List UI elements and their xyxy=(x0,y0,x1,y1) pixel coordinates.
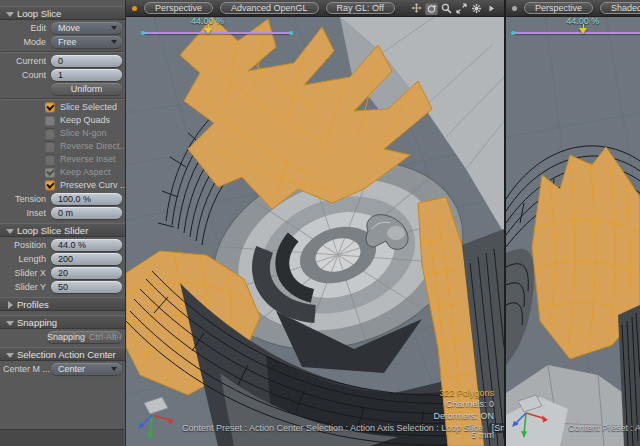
viewport-main[interactable]: Perspective Advanced OpenGL Ray GL: Off xyxy=(126,0,506,446)
polygon-count: 322 Polygons xyxy=(433,388,494,400)
field-length: Length 200 xyxy=(3,252,122,265)
inset-input[interactable]: 0 m xyxy=(51,207,122,219)
field-count: Count 1 xyxy=(3,68,122,81)
snapping-shortcut: Ctrl-Alt-/ xyxy=(89,332,122,342)
status-line: Content Preset : Action Center Selection… xyxy=(182,423,506,433)
viewport-main-header: Perspective Advanced OpenGL Ray GL: Off xyxy=(126,0,504,17)
view-type-button[interactable]: Perspective xyxy=(144,2,213,14)
field-center-mode: Center M ... Center xyxy=(3,362,122,375)
checkbox-box xyxy=(45,141,55,151)
viewport-nav-icons xyxy=(410,2,498,15)
field-uniform: Uniform xyxy=(3,82,122,95)
field-label: Position xyxy=(3,240,51,250)
field-tension: Tension 100.0 % xyxy=(3,192,122,205)
field-label: Slider X xyxy=(3,268,51,278)
checkbox-box xyxy=(45,154,55,164)
mode-dropdown[interactable]: Free xyxy=(51,36,122,48)
loop-slice-screen-slider[interactable]: 44.00 % xyxy=(143,19,291,37)
maximize-icon[interactable] xyxy=(455,2,468,15)
field-label: Count xyxy=(3,70,51,80)
checkbox-label: Reverse Inset xyxy=(60,154,116,164)
count-input[interactable]: 1 xyxy=(51,69,122,81)
grid-size-label: 5 mm xyxy=(472,430,495,440)
checkbox-box xyxy=(45,167,55,177)
snapping-button[interactable]: SnappingCtrl-Alt-/ xyxy=(47,331,122,343)
uniform-button[interactable]: Uniform xyxy=(51,83,122,95)
field-label: Slider Y xyxy=(3,282,51,292)
status-text: Content Preset : Action Center Selection… xyxy=(182,423,483,433)
slider-handle[interactable] xyxy=(204,28,212,34)
viewport-corner-widget[interactable] xyxy=(512,6,517,11)
field-inset: Inset 0 m xyxy=(3,206,122,219)
viewport-right[interactable]: Perspective Shaded Texture xyxy=(506,0,640,446)
render-style-button[interactable]: Advanced OpenGL xyxy=(220,2,319,14)
viewport-corner-widget[interactable] xyxy=(132,6,137,11)
center-mode-dropdown[interactable]: Center xyxy=(51,363,122,375)
orbit-icon[interactable] xyxy=(425,2,438,15)
checkbox-slice-selected[interactable]: Slice Selected xyxy=(45,100,125,113)
view-type-button[interactable]: Perspective xyxy=(524,2,593,14)
position-input[interactable]: 44.0 % xyxy=(51,239,122,251)
app-window: Loop Slice Edit Move Mode Free Current 0… xyxy=(0,0,640,446)
pan-icon[interactable] xyxy=(410,2,423,15)
field-label: Current xyxy=(3,56,51,66)
slider-end-dot[interactable] xyxy=(289,31,293,35)
checkbox-label: Slice Selected xyxy=(60,102,117,112)
checkbox-slice-ngon: Slice N-gon xyxy=(45,126,125,139)
checkbox-label: Slice N-gon xyxy=(60,128,107,138)
tool-properties-panel: Loop Slice Edit Move Mode Free Current 0… xyxy=(0,0,126,446)
section-header-loop-slice-slider[interactable]: Loop Slice Slider xyxy=(0,223,125,237)
channels-count: Channels: 0 xyxy=(433,399,494,411)
field-mode: Mode Free xyxy=(3,35,122,48)
section-header-loop-slice[interactable]: Loop Slice xyxy=(0,6,125,20)
status-text: Content Preset : Acti xyxy=(568,423,640,433)
section-title: Selection Action Center xyxy=(17,349,116,360)
checkbox-preserve-curvature[interactable]: Preserve Curv ... xyxy=(45,178,125,191)
scene-3d-right[interactable] xyxy=(506,17,640,446)
slider-handle[interactable] xyxy=(579,28,587,34)
length-input[interactable]: 200 xyxy=(51,253,122,265)
field-edit: Edit Move xyxy=(3,21,122,34)
viewport-right-header: Perspective Shaded Texture xyxy=(506,0,640,17)
slider-end-dot[interactable] xyxy=(511,31,515,35)
checkbox-box[interactable] xyxy=(45,115,55,125)
tension-input[interactable]: 100.0 % xyxy=(51,193,122,205)
divider xyxy=(1,51,124,53)
section-header-snapping[interactable]: Snapping xyxy=(0,315,125,329)
checkbox-keep-aspect: Keep Aspect xyxy=(45,165,125,178)
slider-x-input[interactable]: 20 xyxy=(51,267,122,279)
field-snapping: SnappingCtrl-Alt-/ xyxy=(3,330,122,343)
field-slider-y: Slider Y 50 xyxy=(3,280,122,293)
field-position: Position 44.0 % xyxy=(3,238,122,251)
slider-track[interactable] xyxy=(513,32,640,34)
field-current: Current 0 xyxy=(3,54,122,67)
more-arrow-icon[interactable] xyxy=(485,2,498,15)
slider-y-input[interactable]: 50 xyxy=(51,281,122,293)
raygl-button[interactable]: Ray GL: Off xyxy=(326,2,395,14)
current-input[interactable]: 0 xyxy=(51,55,122,67)
field-label: Inset xyxy=(3,208,51,218)
render-style-button[interactable]: Shaded Texture xyxy=(600,2,640,14)
field-label: Mode xyxy=(3,37,51,47)
scene-3d-right-canvas xyxy=(506,17,640,446)
section-header-selection-action-center[interactable]: Selection Action Center xyxy=(0,347,125,361)
panel-footer xyxy=(0,429,124,446)
checkbox-reverse-inset: Reverse Inset xyxy=(45,152,125,165)
section-title: Snapping xyxy=(17,317,57,328)
checkbox-box[interactable] xyxy=(45,102,55,112)
section-title: Loop Slice xyxy=(17,8,61,19)
checkbox-box[interactable] xyxy=(45,180,55,190)
checkbox-keep-quads[interactable]: Keep Quads xyxy=(45,113,125,126)
edit-dropdown[interactable]: Move xyxy=(51,22,122,34)
zoom-icon[interactable] xyxy=(440,2,453,15)
checkbox-reverse-direction: Reverse Direct... xyxy=(45,139,125,152)
loop-slice-screen-slider[interactable]: 44.00 % xyxy=(513,19,640,37)
field-label: Center M ... xyxy=(3,364,51,374)
section-header-profiles[interactable]: Profiles xyxy=(0,297,125,311)
scene-3d-main[interactable] xyxy=(126,17,504,446)
scene-3d-main-canvas xyxy=(126,17,504,446)
gear-icon[interactable] xyxy=(470,2,483,15)
section-title: Loop Slice Slider xyxy=(17,225,88,236)
slider-track[interactable] xyxy=(143,32,291,34)
slider-end-dot[interactable] xyxy=(141,31,145,35)
